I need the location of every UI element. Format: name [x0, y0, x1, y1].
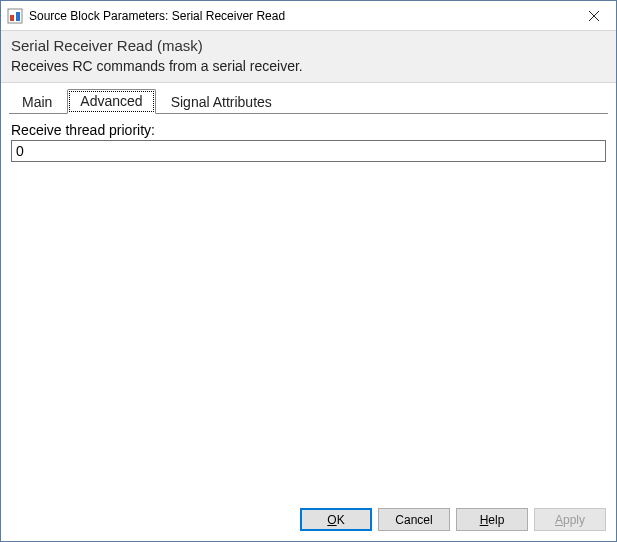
- tab-main[interactable]: Main: [9, 90, 65, 114]
- cancel-button[interactable]: Cancel: [378, 508, 450, 531]
- app-icon: [7, 8, 23, 24]
- svg-rect-2: [16, 12, 20, 21]
- tab-advanced[interactable]: Advanced: [67, 89, 155, 114]
- ok-rest: K: [337, 513, 345, 527]
- receive-priority-input[interactable]: [11, 140, 606, 162]
- tab-content: Receive thread priority:: [1, 114, 616, 500]
- window-title: Source Block Parameters: Serial Receiver…: [29, 9, 571, 23]
- svg-rect-1: [10, 15, 14, 21]
- apply-rest: pply: [563, 513, 585, 527]
- tab-row: Main Advanced Signal Attributes: [1, 83, 616, 114]
- help-button[interactable]: Help: [456, 508, 528, 531]
- mask-header: Serial Receiver Read (mask) Receives RC …: [1, 31, 616, 83]
- help-mnemonic: H: [480, 513, 489, 527]
- dialog-window: Source Block Parameters: Serial Receiver…: [0, 0, 617, 542]
- tab-signal-attributes[interactable]: Signal Attributes: [158, 90, 285, 114]
- mask-title: Serial Receiver Read (mask): [11, 37, 606, 54]
- ok-button[interactable]: OK: [300, 508, 372, 531]
- ok-mnemonic: O: [327, 513, 336, 527]
- apply-button[interactable]: Apply: [534, 508, 606, 531]
- button-bar: OK Cancel Help Apply: [1, 500, 616, 541]
- apply-mnemonic: A: [555, 513, 563, 527]
- close-icon: [589, 11, 599, 21]
- close-button[interactable]: [571, 1, 616, 30]
- titlebar: Source Block Parameters: Serial Receiver…: [1, 1, 616, 31]
- mask-description: Receives RC commands from a serial recei…: [11, 58, 606, 74]
- receive-priority-label: Receive thread priority:: [11, 122, 606, 138]
- help-rest: elp: [488, 513, 504, 527]
